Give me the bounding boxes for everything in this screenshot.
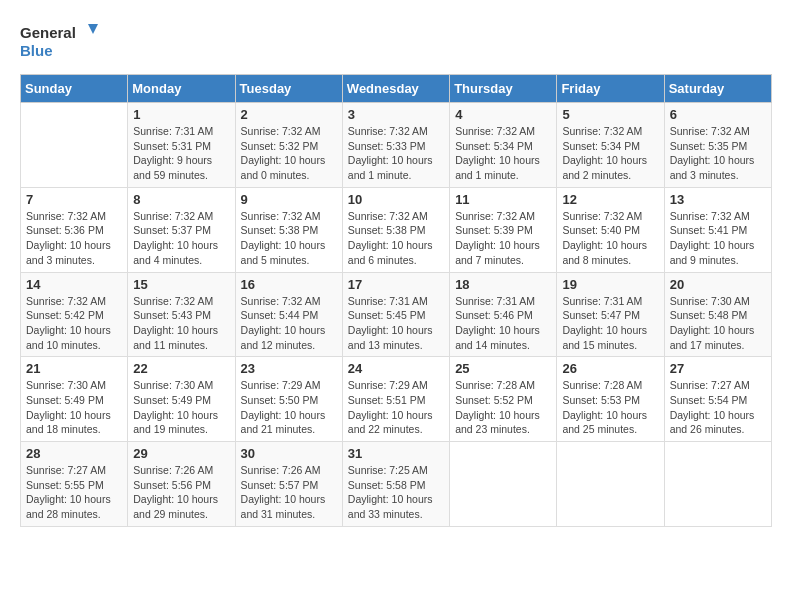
day-info: Sunrise: 7:25 AM Sunset: 5:58 PM Dayligh… — [348, 463, 444, 522]
day-number: 28 — [26, 446, 122, 461]
calendar-cell: 11Sunrise: 7:32 AM Sunset: 5:39 PM Dayli… — [450, 187, 557, 272]
day-number: 12 — [562, 192, 658, 207]
calendar-cell: 19Sunrise: 7:31 AM Sunset: 5:47 PM Dayli… — [557, 272, 664, 357]
day-number: 29 — [133, 446, 229, 461]
calendar-cell: 26Sunrise: 7:28 AM Sunset: 5:53 PM Dayli… — [557, 357, 664, 442]
day-number: 9 — [241, 192, 337, 207]
day-number: 19 — [562, 277, 658, 292]
day-info: Sunrise: 7:32 AM Sunset: 5:33 PM Dayligh… — [348, 124, 444, 183]
day-info: Sunrise: 7:32 AM Sunset: 5:34 PM Dayligh… — [455, 124, 551, 183]
calendar-cell: 20Sunrise: 7:30 AM Sunset: 5:48 PM Dayli… — [664, 272, 771, 357]
calendar-cell: 14Sunrise: 7:32 AM Sunset: 5:42 PM Dayli… — [21, 272, 128, 357]
day-number: 24 — [348, 361, 444, 376]
calendar-cell: 23Sunrise: 7:29 AM Sunset: 5:50 PM Dayli… — [235, 357, 342, 442]
day-number: 16 — [241, 277, 337, 292]
calendar-cell: 6Sunrise: 7:32 AM Sunset: 5:35 PM Daylig… — [664, 103, 771, 188]
day-info: Sunrise: 7:28 AM Sunset: 5:52 PM Dayligh… — [455, 378, 551, 437]
day-header-tuesday: Tuesday — [235, 75, 342, 103]
day-number: 25 — [455, 361, 551, 376]
calendar-cell: 27Sunrise: 7:27 AM Sunset: 5:54 PM Dayli… — [664, 357, 771, 442]
week-row-2: 7Sunrise: 7:32 AM Sunset: 5:36 PM Daylig… — [21, 187, 772, 272]
week-row-4: 21Sunrise: 7:30 AM Sunset: 5:49 PM Dayli… — [21, 357, 772, 442]
day-number: 17 — [348, 277, 444, 292]
calendar-cell: 31Sunrise: 7:25 AM Sunset: 5:58 PM Dayli… — [342, 442, 449, 527]
day-header-saturday: Saturday — [664, 75, 771, 103]
calendar-cell: 7Sunrise: 7:32 AM Sunset: 5:36 PM Daylig… — [21, 187, 128, 272]
page-header: General Blue — [20, 20, 772, 64]
day-info: Sunrise: 7:32 AM Sunset: 5:38 PM Dayligh… — [241, 209, 337, 268]
day-info: Sunrise: 7:31 AM Sunset: 5:31 PM Dayligh… — [133, 124, 229, 183]
day-number: 18 — [455, 277, 551, 292]
day-info: Sunrise: 7:32 AM Sunset: 5:41 PM Dayligh… — [670, 209, 766, 268]
calendar-cell: 3Sunrise: 7:32 AM Sunset: 5:33 PM Daylig… — [342, 103, 449, 188]
day-info: Sunrise: 7:26 AM Sunset: 5:57 PM Dayligh… — [241, 463, 337, 522]
day-info: Sunrise: 7:27 AM Sunset: 5:54 PM Dayligh… — [670, 378, 766, 437]
calendar-cell: 4Sunrise: 7:32 AM Sunset: 5:34 PM Daylig… — [450, 103, 557, 188]
calendar-cell: 8Sunrise: 7:32 AM Sunset: 5:37 PM Daylig… — [128, 187, 235, 272]
logo-svg: General Blue — [20, 20, 100, 64]
day-info: Sunrise: 7:30 AM Sunset: 5:49 PM Dayligh… — [133, 378, 229, 437]
day-header-monday: Monday — [128, 75, 235, 103]
day-number: 15 — [133, 277, 229, 292]
week-row-1: 1Sunrise: 7:31 AM Sunset: 5:31 PM Daylig… — [21, 103, 772, 188]
day-info: Sunrise: 7:30 AM Sunset: 5:48 PM Dayligh… — [670, 294, 766, 353]
day-number: 31 — [348, 446, 444, 461]
day-info: Sunrise: 7:31 AM Sunset: 5:46 PM Dayligh… — [455, 294, 551, 353]
day-info: Sunrise: 7:32 AM Sunset: 5:39 PM Dayligh… — [455, 209, 551, 268]
day-header-sunday: Sunday — [21, 75, 128, 103]
calendar-cell: 21Sunrise: 7:30 AM Sunset: 5:49 PM Dayli… — [21, 357, 128, 442]
day-info: Sunrise: 7:32 AM Sunset: 5:36 PM Dayligh… — [26, 209, 122, 268]
day-info: Sunrise: 7:30 AM Sunset: 5:49 PM Dayligh… — [26, 378, 122, 437]
day-number: 21 — [26, 361, 122, 376]
calendar-table: SundayMondayTuesdayWednesdayThursdayFrid… — [20, 74, 772, 527]
day-number: 27 — [670, 361, 766, 376]
day-number: 6 — [670, 107, 766, 122]
day-info: Sunrise: 7:32 AM Sunset: 5:44 PM Dayligh… — [241, 294, 337, 353]
calendar-cell: 30Sunrise: 7:26 AM Sunset: 5:57 PM Dayli… — [235, 442, 342, 527]
calendar-cell: 17Sunrise: 7:31 AM Sunset: 5:45 PM Dayli… — [342, 272, 449, 357]
day-header-wednesday: Wednesday — [342, 75, 449, 103]
week-row-5: 28Sunrise: 7:27 AM Sunset: 5:55 PM Dayli… — [21, 442, 772, 527]
day-number: 23 — [241, 361, 337, 376]
day-info: Sunrise: 7:29 AM Sunset: 5:51 PM Dayligh… — [348, 378, 444, 437]
day-info: Sunrise: 7:32 AM Sunset: 5:34 PM Dayligh… — [562, 124, 658, 183]
svg-text:General: General — [20, 24, 76, 41]
week-row-3: 14Sunrise: 7:32 AM Sunset: 5:42 PM Dayli… — [21, 272, 772, 357]
day-number: 10 — [348, 192, 444, 207]
day-number: 26 — [562, 361, 658, 376]
calendar-header-row: SundayMondayTuesdayWednesdayThursdayFrid… — [21, 75, 772, 103]
day-info: Sunrise: 7:29 AM Sunset: 5:50 PM Dayligh… — [241, 378, 337, 437]
day-info: Sunrise: 7:31 AM Sunset: 5:45 PM Dayligh… — [348, 294, 444, 353]
day-header-thursday: Thursday — [450, 75, 557, 103]
calendar-cell: 5Sunrise: 7:32 AM Sunset: 5:34 PM Daylig… — [557, 103, 664, 188]
calendar-cell: 9Sunrise: 7:32 AM Sunset: 5:38 PM Daylig… — [235, 187, 342, 272]
day-number: 30 — [241, 446, 337, 461]
day-number: 22 — [133, 361, 229, 376]
calendar-cell: 22Sunrise: 7:30 AM Sunset: 5:49 PM Dayli… — [128, 357, 235, 442]
day-number: 8 — [133, 192, 229, 207]
calendar-cell: 12Sunrise: 7:32 AM Sunset: 5:40 PM Dayli… — [557, 187, 664, 272]
day-number: 4 — [455, 107, 551, 122]
day-info: Sunrise: 7:32 AM Sunset: 5:32 PM Dayligh… — [241, 124, 337, 183]
calendar-cell — [557, 442, 664, 527]
day-info: Sunrise: 7:31 AM Sunset: 5:47 PM Dayligh… — [562, 294, 658, 353]
calendar-cell — [450, 442, 557, 527]
svg-text:Blue: Blue — [20, 42, 53, 59]
day-number: 3 — [348, 107, 444, 122]
calendar-cell — [664, 442, 771, 527]
calendar-cell — [21, 103, 128, 188]
day-number: 5 — [562, 107, 658, 122]
calendar-cell: 25Sunrise: 7:28 AM Sunset: 5:52 PM Dayli… — [450, 357, 557, 442]
calendar-cell: 24Sunrise: 7:29 AM Sunset: 5:51 PM Dayli… — [342, 357, 449, 442]
day-info: Sunrise: 7:26 AM Sunset: 5:56 PM Dayligh… — [133, 463, 229, 522]
day-header-friday: Friday — [557, 75, 664, 103]
calendar-cell: 2Sunrise: 7:32 AM Sunset: 5:32 PM Daylig… — [235, 103, 342, 188]
calendar-cell: 28Sunrise: 7:27 AM Sunset: 5:55 PM Dayli… — [21, 442, 128, 527]
day-info: Sunrise: 7:32 AM Sunset: 5:43 PM Dayligh… — [133, 294, 229, 353]
day-number: 7 — [26, 192, 122, 207]
day-number: 2 — [241, 107, 337, 122]
day-info: Sunrise: 7:32 AM Sunset: 5:37 PM Dayligh… — [133, 209, 229, 268]
calendar-cell: 13Sunrise: 7:32 AM Sunset: 5:41 PM Dayli… — [664, 187, 771, 272]
day-info: Sunrise: 7:32 AM Sunset: 5:40 PM Dayligh… — [562, 209, 658, 268]
calendar-cell: 16Sunrise: 7:32 AM Sunset: 5:44 PM Dayli… — [235, 272, 342, 357]
